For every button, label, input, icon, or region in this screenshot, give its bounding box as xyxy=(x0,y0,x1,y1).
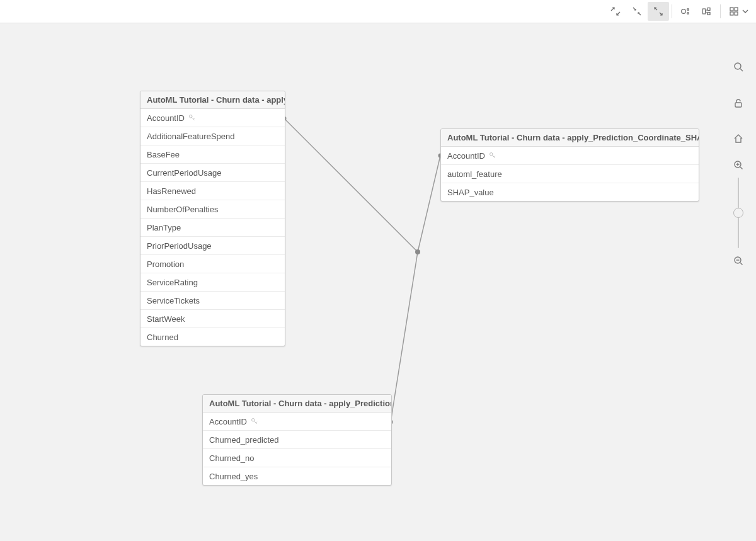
field-row[interactable]: CurrentPeriodUsage xyxy=(140,164,285,182)
field-row[interactable]: BaseFee xyxy=(140,145,285,164)
svg-rect-7 xyxy=(735,8,738,11)
field-name: HasRenewed xyxy=(147,186,196,196)
table-card-apply[interactable]: AutoML Tutorial - Churn data - apply Acc… xyxy=(140,91,285,346)
table-card-prediction[interactable]: AutoML Tutorial - Churn data - apply_Pre… xyxy=(202,394,392,486)
zoom-in-icon[interactable] xyxy=(730,156,747,174)
key-icon xyxy=(251,418,258,425)
view-mode-caret-icon[interactable] xyxy=(742,7,748,16)
field-name: SHAP_value xyxy=(447,188,494,197)
field-row[interactable]: SHAP_value xyxy=(441,183,699,201)
field-name: AdditionalFeatureSpend xyxy=(147,132,235,141)
svg-point-0 xyxy=(682,9,686,14)
zoom-out-icon[interactable] xyxy=(730,252,747,270)
field-row[interactable]: HasRenewed xyxy=(140,182,285,200)
field-row[interactable]: AccountID xyxy=(140,109,285,127)
data-model-canvas[interactable]: AutoML Tutorial - Churn data - apply Acc… xyxy=(0,23,756,541)
field-row[interactable]: AccountID xyxy=(441,147,699,165)
zoom-slider-thumb[interactable] xyxy=(733,208,743,218)
svg-point-1 xyxy=(687,9,689,11)
field-name: Churned_predicted xyxy=(209,435,279,445)
svg-rect-6 xyxy=(730,8,733,11)
home-icon[interactable] xyxy=(730,130,747,147)
table-title: AutoML Tutorial - Churn data - apply xyxy=(140,91,285,109)
field-name: Churned_no xyxy=(209,453,255,463)
field-name: AccountID xyxy=(147,113,185,123)
unlock-icon[interactable] xyxy=(730,94,747,112)
table-title: AutoML Tutorial - Churn data - apply_Pre… xyxy=(203,395,391,413)
expand-icon[interactable] xyxy=(648,2,669,21)
layout-grid-icon[interactable] xyxy=(696,2,718,21)
field-name: AccountID xyxy=(209,417,247,426)
key-icon xyxy=(188,114,196,122)
field-row[interactable]: Churned_no xyxy=(203,449,391,467)
search-icon[interactable] xyxy=(730,58,747,76)
field-row[interactable]: PlanType xyxy=(140,219,285,237)
svg-line-11 xyxy=(418,156,440,252)
field-name: NumberOfPenalties xyxy=(147,205,218,214)
field-row[interactable]: NumberOfPenalties xyxy=(140,200,285,219)
field-row[interactable]: ServiceTickets xyxy=(140,292,285,310)
svg-point-2 xyxy=(687,13,689,14)
svg-point-16 xyxy=(415,249,420,254)
field-row[interactable]: AdditionalFeatureSpend xyxy=(140,127,285,145)
field-row[interactable]: PriorPeriodUsage xyxy=(140,237,285,255)
layout-bubble-icon[interactable] xyxy=(675,2,696,21)
field-row[interactable]: StartWeek xyxy=(140,310,285,328)
table-card-shap[interactable]: AutoML Tutorial - Churn data - apply_Pre… xyxy=(440,128,699,202)
top-toolbar xyxy=(0,0,756,23)
svg-rect-9 xyxy=(735,12,738,15)
field-row[interactable]: automl_feature xyxy=(441,165,699,183)
table-title: AutoML Tutorial - Churn data - apply_Pre… xyxy=(441,129,699,147)
right-tool-column xyxy=(730,58,747,270)
zoom-slider[interactable] xyxy=(738,178,739,248)
svg-line-12 xyxy=(391,252,418,422)
collapse-all-icon[interactable] xyxy=(626,2,648,21)
toolbar-separator xyxy=(720,4,721,18)
field-name: AccountID xyxy=(447,151,485,161)
field-name: automl_feature xyxy=(447,169,502,179)
svg-rect-21 xyxy=(735,103,742,107)
field-name: ServiceRating xyxy=(147,278,198,287)
view-mode-icon[interactable] xyxy=(723,2,745,21)
field-name: PriorPeriodUsage xyxy=(147,241,212,251)
field-name: Churned xyxy=(147,333,178,342)
key-icon xyxy=(489,152,496,159)
field-name: StartWeek xyxy=(147,314,185,324)
collapse-icon[interactable] xyxy=(605,2,626,21)
field-name: BaseFee xyxy=(147,150,180,159)
field-row[interactable]: AccountID xyxy=(203,413,391,431)
field-name: ServiceTickets xyxy=(147,296,200,305)
toolbar-separator xyxy=(672,4,672,18)
svg-rect-5 xyxy=(707,13,710,15)
svg-rect-4 xyxy=(707,8,710,11)
svg-rect-8 xyxy=(730,12,733,15)
svg-rect-3 xyxy=(703,9,706,14)
svg-point-20 xyxy=(735,63,741,69)
field-row[interactable]: Churned_predicted xyxy=(203,431,391,449)
field-name: CurrentPeriodUsage xyxy=(147,168,222,178)
field-row[interactable]: ServiceRating xyxy=(140,273,285,292)
field-row[interactable]: Churned_yes xyxy=(203,467,391,485)
field-name: Churned_yes xyxy=(209,472,258,481)
field-row[interactable]: Promotion xyxy=(140,255,285,273)
field-name: Promotion xyxy=(147,259,184,269)
field-name: PlanType xyxy=(147,223,181,232)
field-row[interactable]: Churned xyxy=(140,328,285,346)
svg-line-10 xyxy=(284,118,418,252)
